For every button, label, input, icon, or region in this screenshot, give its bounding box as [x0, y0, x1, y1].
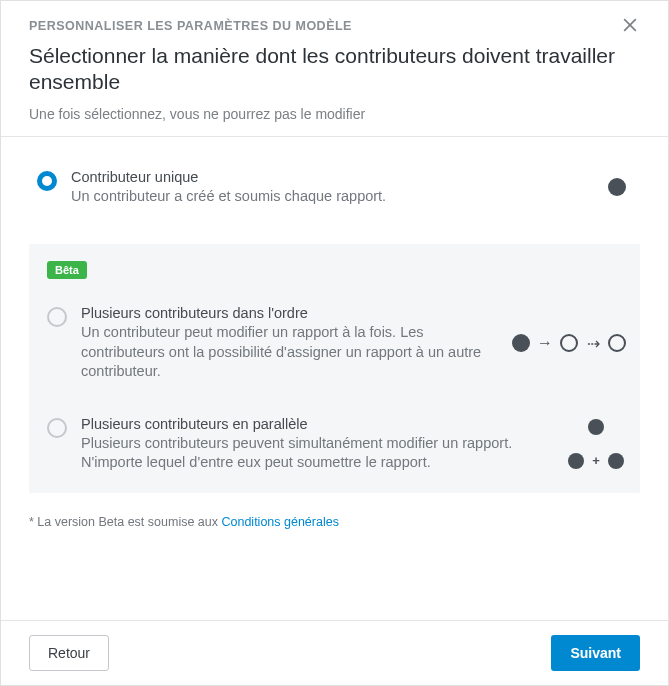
- beta-options-group: Bêta Plusieurs contributeurs dans l'ordr…: [29, 244, 640, 493]
- option-parallel-contributors[interactable]: Plusieurs contributeurs en parallèle Plu…: [47, 408, 632, 483]
- beta-note-text: * La version Beta est soumise aux: [29, 515, 221, 529]
- arrow-right-dashed-icon: ⇢: [582, 334, 604, 352]
- option-text: Plusieurs contributeurs en parallèle Plu…: [81, 416, 544, 473]
- header-eyebrow: PERSONNALISER LES PARAMÈTRES DU MODÈLE: [29, 19, 640, 33]
- option-title: Contributeur unique: [71, 169, 586, 185]
- option-title: Plusieurs contributeurs en parallèle: [81, 416, 544, 432]
- option-desc: Plusieurs contributeurs peuvent simultan…: [81, 434, 544, 473]
- option-sequential-contributors[interactable]: Plusieurs contributeurs dans l'ordre Un …: [47, 297, 632, 408]
- radio-sequential[interactable]: [47, 307, 67, 327]
- plus-icon: +: [592, 453, 600, 468]
- sequential-flow-icon: → ⇢: [512, 334, 626, 352]
- page-title: Sélectionner la manière dont les contrib…: [29, 43, 640, 96]
- dot-hollow-icon: [608, 334, 626, 352]
- option-text: Contributeur unique Un contributeur a cr…: [71, 169, 586, 207]
- option-title: Plusieurs contributeurs dans l'ordre: [81, 305, 490, 321]
- options-scroll-area[interactable]: Contributeur unique Un contributeur a cr…: [1, 137, 668, 621]
- option-text: Plusieurs contributeurs dans l'ordre Un …: [81, 305, 490, 382]
- beta-badge: Bêta: [47, 261, 87, 279]
- back-button[interactable]: Retour: [29, 635, 109, 671]
- single-contributor-icon: [608, 178, 626, 196]
- option-desc: Un contributeur peut modifier un rapport…: [81, 323, 490, 382]
- radio-single[interactable]: [37, 171, 57, 191]
- header-subtitle: Une fois sélectionnez, vous ne pourrez p…: [29, 106, 640, 122]
- arrow-right-icon: →: [534, 334, 556, 352]
- modal-footer: Retour Suivant: [1, 620, 668, 685]
- radio-parallel[interactable]: [47, 418, 67, 438]
- beta-disclaimer: * La version Beta est soumise aux Condit…: [29, 515, 640, 529]
- next-button[interactable]: Suivant: [551, 635, 640, 671]
- parallel-cluster-icon: +: [566, 419, 626, 469]
- dot-icon: [568, 453, 584, 469]
- terms-link[interactable]: Conditions générales: [221, 515, 338, 529]
- close-button[interactable]: [620, 15, 648, 43]
- template-settings-modal: PERSONNALISER LES PARAMÈTRES DU MODÈLE S…: [0, 0, 669, 686]
- option-desc: Un contributeur a créé et soumis chaque …: [71, 187, 586, 207]
- close-icon: [620, 15, 640, 35]
- dot-icon: [588, 419, 604, 435]
- dot-icon: [608, 178, 626, 196]
- dot-hollow-icon: [560, 334, 578, 352]
- dot-icon: [512, 334, 530, 352]
- dot-icon: [608, 453, 624, 469]
- modal-header: PERSONNALISER LES PARAMÈTRES DU MODÈLE S…: [1, 1, 668, 137]
- option-single-contributor[interactable]: Contributeur unique Un contributeur a cr…: [29, 159, 640, 217]
